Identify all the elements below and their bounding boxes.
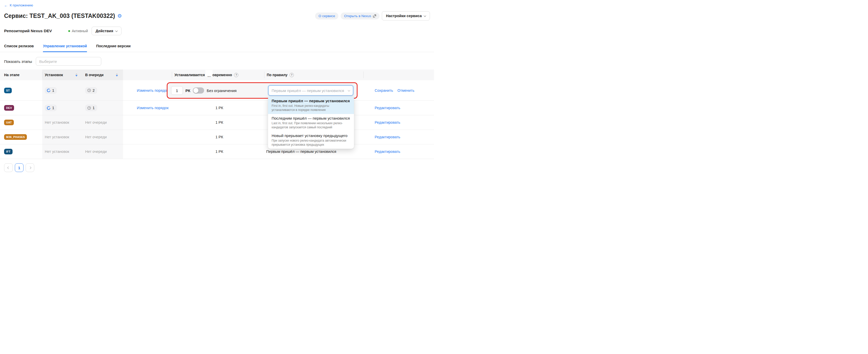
option-title: Новый прерывает установку предыдущего bbox=[272, 133, 350, 138]
chevron-down-icon bbox=[115, 29, 118, 32]
service-settings-button[interactable]: Настройки сервиса bbox=[382, 11, 430, 21]
tab-latest-versions[interactable]: Последние версии bbox=[96, 44, 131, 52]
tab-bar: Список релизов Управление установкой Пос… bbox=[0, 35, 434, 52]
dropdown-option-fifo[interactable]: Первым пришёл — первым установился First… bbox=[268, 97, 354, 114]
actions-button[interactable]: Действия bbox=[92, 27, 122, 35]
stages-table: На этапе Установок В очереди Устанавлива… bbox=[0, 69, 434, 159]
chevron-down-icon bbox=[424, 14, 426, 17]
back-arrow-icon bbox=[4, 3, 8, 7]
rule-dropdown: Первым пришёл — первым установился First… bbox=[268, 97, 354, 149]
back-link[interactable]: К приложению bbox=[4, 3, 33, 7]
stages-filter-label: Показать этапы bbox=[4, 59, 32, 64]
status-label: Активный bbox=[72, 29, 88, 33]
edit-link[interactable]: Редактировать bbox=[375, 106, 400, 110]
sort-down-icon bbox=[75, 75, 78, 76]
service-settings-label: Настройки сервиса bbox=[386, 14, 422, 18]
gear-icon[interactable] bbox=[117, 13, 122, 19]
no-limit-label: Без ограничения bbox=[207, 89, 237, 93]
stages-filter-input[interactable] bbox=[36, 57, 101, 66]
chevron-right-icon bbox=[29, 166, 31, 169]
about-service-button[interactable]: О сервисе bbox=[315, 12, 338, 20]
count-unit-label: РК bbox=[185, 89, 190, 93]
option-title: Последним пришёл — первым установился bbox=[272, 116, 350, 121]
open-nexus-label: Открыть в Nexus bbox=[344, 14, 371, 18]
sort-up-icon bbox=[116, 73, 118, 75]
stage-badge: UAT bbox=[4, 120, 14, 125]
clock-icon bbox=[87, 89, 91, 92]
dropdown-option-lifo[interactable]: Последним пришёл — первым установился La… bbox=[268, 114, 354, 131]
sort-up-icon bbox=[75, 73, 78, 75]
stage-badge: M36_PHASES bbox=[4, 134, 27, 140]
edit-highlight-box: РК Без ограничения Первым пришёл — первы… bbox=[167, 82, 358, 99]
installs-count: 1 bbox=[45, 104, 57, 111]
tab-install-management[interactable]: Управление установкой bbox=[43, 44, 87, 52]
table-row-st: ST 1 2 Изменить порядок С bbox=[0, 80, 434, 101]
stages-filter-row: Показать этапы bbox=[0, 52, 434, 66]
pagination-next-button[interactable] bbox=[26, 163, 34, 172]
about-service-label: О сервисе bbox=[318, 14, 335, 18]
header-rule: По правилу bbox=[264, 69, 364, 80]
table-row-uat: UAT Нет установок Нет очереди 1 РК Редак… bbox=[0, 115, 434, 130]
stage-badge: DEV bbox=[4, 105, 14, 111]
table-row-dev: DEV 1 1 Изменить порядок 1 РК bbox=[0, 101, 434, 115]
option-title: Первым пришёл — первым установился bbox=[272, 98, 350, 103]
title-actions: О сервисе Открыть в Nexus Настройки серв… bbox=[315, 11, 430, 21]
table-header-row: На этапе Установок В очереди Устанавлива… bbox=[0, 69, 434, 80]
page-title: Сервис: TEST_AK_003 (TESTAK00322) bbox=[4, 12, 115, 20]
simultaneous-value: 1 РК bbox=[172, 150, 264, 154]
header-installs: Установок bbox=[42, 69, 83, 80]
sort-down-icon bbox=[116, 75, 118, 76]
tab-release-list[interactable]: Список релизов bbox=[4, 44, 34, 52]
title-row: Сервис: TEST_AK_003 (TESTAK00322) О серв… bbox=[0, 8, 434, 21]
header-order bbox=[123, 69, 172, 80]
chevron-left-icon bbox=[7, 166, 10, 169]
pagination-page-button[interactable]: 1 bbox=[15, 163, 24, 172]
no-limit-toggle[interactable] bbox=[193, 88, 204, 94]
option-description: First in, first out. Новые релиз-кандида… bbox=[272, 104, 350, 112]
status-badge: Активный bbox=[68, 29, 88, 33]
simultaneous-value: 1 РК bbox=[172, 135, 264, 139]
edit-link[interactable]: Редактировать bbox=[375, 120, 400, 125]
dropdown-option-interrupt[interactable]: Новый прерывает установку предыдущего Пр… bbox=[268, 131, 354, 149]
clock-icon bbox=[87, 106, 91, 110]
save-link[interactable]: Сохранить bbox=[375, 89, 393, 93]
simultaneous-value: 1 РК bbox=[172, 120, 264, 125]
rule-select[interactable]: Первым пришёл — первым установился Первы… bbox=[268, 85, 353, 96]
actions-button-label: Действия bbox=[96, 29, 113, 33]
pagination-prev-button[interactable] bbox=[4, 163, 13, 172]
table-row-ift: IFT Нет установок Нет очереди 1 РК Первы… bbox=[0, 144, 434, 159]
installs-empty: Нет установок bbox=[42, 115, 83, 130]
external-link-icon bbox=[373, 14, 376, 18]
status-dot-icon bbox=[68, 30, 70, 32]
queue-empty: Нет очереди bbox=[83, 115, 123, 130]
edit-link[interactable]: Редактировать bbox=[375, 150, 400, 154]
back-link-label: К приложению bbox=[10, 3, 33, 7]
header-stage: На этапе bbox=[0, 69, 42, 80]
stage-badge: ST bbox=[4, 88, 12, 93]
spinner-icon bbox=[47, 89, 51, 92]
open-nexus-button[interactable]: Открыть в Nexus bbox=[341, 12, 379, 20]
sort-installs-button[interactable] bbox=[75, 73, 78, 76]
spinner-icon bbox=[47, 106, 51, 110]
queue-count: 1 bbox=[85, 104, 97, 111]
option-description: При запуске нового релиз-кандидата автом… bbox=[272, 138, 350, 147]
header-simultaneous: Устанавливается одновременно bbox=[172, 69, 264, 80]
installs-empty: Нет установок bbox=[42, 130, 83, 144]
rule-value: Первым пришёл — первым установился bbox=[264, 150, 364, 154]
help-icon[interactable] bbox=[234, 73, 238, 77]
stage-badge: IFT bbox=[4, 149, 12, 154]
change-order-link[interactable]: Изменить порядок bbox=[137, 89, 168, 93]
toggle-knob bbox=[193, 88, 198, 93]
sort-queue-button[interactable] bbox=[116, 73, 118, 76]
queue-count: 2 bbox=[85, 87, 97, 94]
simultaneous-value: 1 РК bbox=[172, 106, 264, 110]
pagination: 1 bbox=[0, 159, 434, 176]
help-icon[interactable] bbox=[289, 73, 294, 77]
installs-count: 1 bbox=[45, 87, 57, 94]
header-actions bbox=[364, 69, 434, 80]
cancel-link[interactable]: Отменить bbox=[397, 89, 414, 93]
change-order-link[interactable]: Изменить порядок bbox=[137, 106, 168, 110]
install-count-input[interactable] bbox=[171, 86, 183, 95]
chevron-down-icon bbox=[348, 89, 350, 92]
edit-link[interactable]: Редактировать bbox=[375, 135, 400, 139]
